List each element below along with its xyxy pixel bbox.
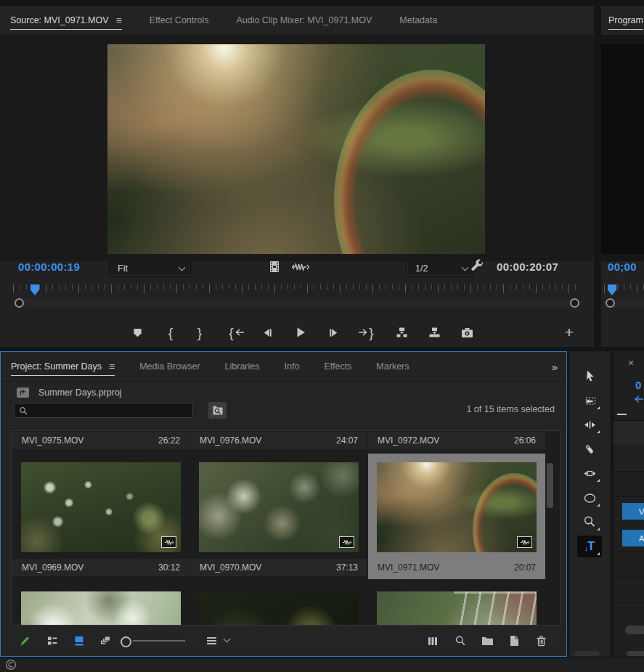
zoom-handle-right[interactable] <box>570 298 579 308</box>
clip-thumbnail[interactable] <box>21 591 181 626</box>
tab-effect-controls[interactable]: Effect Controls <box>150 6 209 35</box>
go-to-out-button[interactable]: } <box>351 319 380 346</box>
audio-video-badge-icon <box>517 536 532 548</box>
close-panel-icon[interactable]: × <box>628 357 634 369</box>
icon-view-button[interactable] <box>70 632 89 650</box>
tool-type-selected[interactable]: ↓ T <box>577 536 602 557</box>
flyout-indicator <box>597 479 600 482</box>
tab-media-browser[interactable]: Media Browser <box>139 352 200 381</box>
delete-button[interactable] <box>531 632 550 650</box>
tool-ellipse[interactable] <box>577 487 602 509</box>
source-time-ruler[interactable] <box>13 284 581 296</box>
clip-label[interactable]: MVI_0976.MOV24:07 <box>190 432 367 449</box>
clip-label-selected[interactable]: MVI_0971.MOV20:07 <box>368 559 545 576</box>
panel-menu-icon[interactable]: ≡ <box>109 361 115 372</box>
panel-menu-icon[interactable]: ≡ <box>115 15 121 26</box>
program-zoom-scrollbar[interactable] <box>604 298 644 308</box>
tab-project[interactable]: Project: Summer Days ≡ <box>11 352 115 381</box>
track-row <box>614 446 644 471</box>
timeline-horizontal-scrollbar[interactable] <box>625 626 644 634</box>
go-to-in-button[interactable]: { <box>222 319 251 346</box>
tab-markers[interactable]: Markers <box>376 352 409 381</box>
settings-wrench-icon[interactable] <box>470 259 484 273</box>
tab-audio-clip-mixer[interactable]: Audio Clip Mixer: MVI_0971.MOV <box>236 6 372 35</box>
export-frame-button[interactable] <box>455 319 478 346</box>
list-view-button[interactable] <box>43 632 62 650</box>
step-forward-button[interactable] <box>322 319 345 346</box>
tab-program[interactable]: Program <box>608 6 643 35</box>
tool-zoom[interactable] <box>577 511 602 533</box>
source-zoom-scrollbar[interactable] <box>13 298 581 308</box>
sort-icons-button[interactable] <box>203 632 221 650</box>
timeline-panel-scrollbar[interactable] <box>627 651 644 656</box>
timeline-panel: × 0 V A <box>614 351 644 657</box>
new-bin-button[interactable] <box>478 632 497 650</box>
tab-libraries[interactable]: Libraries <box>225 352 260 381</box>
tab-info[interactable]: Info <box>285 352 300 381</box>
clip-label[interactable]: MVI_0970.MOV37:13 <box>190 559 367 576</box>
insert-button[interactable] <box>390 319 413 346</box>
panel-overflow-icon[interactable]: » <box>552 352 556 381</box>
new-item-button[interactable] <box>505 632 523 650</box>
zoom-level-select[interactable]: Fit <box>109 260 191 276</box>
button-editor-add-button[interactable]: + <box>558 319 581 346</box>
tab-effects[interactable]: Effects <box>324 352 351 381</box>
creative-cloud-sync-icon[interactable] <box>5 659 17 671</box>
flyout-indicator <box>597 406 600 409</box>
zoom-handle-left[interactable] <box>606 298 615 308</box>
clip-thumbnail-mvi0970[interactable] <box>199 462 359 552</box>
tool-ripple-edit[interactable] <box>577 414 602 435</box>
clip-thumbnail[interactable] <box>377 591 537 626</box>
project-writable-pencil-icon[interactable] <box>15 632 34 650</box>
premiere-window: Source: MVI_0971.MOV ≡ Effect Controls A… <box>0 0 644 672</box>
freeform-view-button[interactable] <box>96 632 115 650</box>
step-back-button[interactable] <box>256 319 279 346</box>
mark-in-button[interactable]: { <box>159 319 182 346</box>
grid-vertical-scrollbar[interactable] <box>547 463 553 508</box>
overwrite-button[interactable] <box>423 319 446 346</box>
tool-slip[interactable] <box>577 462 602 484</box>
drag-video-only-icon[interactable] <box>269 261 280 274</box>
clip-thumbnail[interactable] <box>199 591 359 626</box>
source-tabbar: Source: MVI_0971.MOV ≡ Effect Controls A… <box>0 6 594 36</box>
video-track-v1-button[interactable]: V <box>622 503 644 520</box>
clip-thumbnail-mvi0971-selected[interactable] <box>377 462 537 552</box>
search-input[interactable] <box>31 405 188 417</box>
clip-label[interactable]: MVI_0969.MOV30:12 <box>12 559 189 576</box>
zoom-handle-left[interactable] <box>15 298 24 308</box>
audio-track-a1-button[interactable]: A <box>622 530 644 546</box>
playback-resolution-select[interactable]: 1/2 <box>407 260 474 276</box>
add-marker-button[interactable] <box>126 319 149 346</box>
automate-to-sequence-button[interactable] <box>423 632 442 650</box>
trellis-structure <box>454 591 537 626</box>
clip-label[interactable]: MVI_0972.MOV26:06 <box>368 432 545 449</box>
project-up-icon[interactable] <box>17 388 29 398</box>
tool-razor[interactable] <box>577 438 602 460</box>
source-video-preview <box>107 44 485 254</box>
timeline-timecode-partial: 0 <box>635 379 642 391</box>
lens-flare <box>334 70 485 254</box>
tool-selection[interactable] <box>577 365 602 387</box>
zoom-slider-track[interactable] <box>133 640 185 642</box>
find-in-bin-button[interactable] <box>208 402 227 419</box>
snap-icon[interactable] <box>633 395 644 403</box>
mark-out-button[interactable]: } <box>188 319 211 346</box>
source-video-area <box>0 35 594 261</box>
source-monitor-panel: Source: MVI_0971.MOV ≡ Effect Controls A… <box>0 6 594 347</box>
tool-track-select[interactable] <box>577 390 602 411</box>
drag-audio-only-icon[interactable] <box>292 262 309 272</box>
chevron-down-icon[interactable] <box>224 636 231 643</box>
tab-metadata[interactable]: Metadata <box>399 6 437 35</box>
search-box[interactable] <box>14 403 193 418</box>
program-video-area <box>601 35 644 261</box>
clip-grid: MVI_0975.MOV26:22 MVI_0976.MOV24:07 MVI_… <box>11 430 561 626</box>
clip-thumbnail-mvi0969[interactable] <box>21 462 181 552</box>
play-button[interactable] <box>289 319 312 346</box>
zoom-slider-handle[interactable] <box>121 636 131 647</box>
search-icon <box>19 406 28 415</box>
clip-label[interactable]: MVI_0975.MOV26:22 <box>12 432 189 449</box>
project-root-row[interactable]: Summer Days.prproj <box>1 384 122 401</box>
tools-panel-scrollbar[interactable] <box>574 651 600 656</box>
find-button[interactable] <box>451 632 470 650</box>
tab-source[interactable]: Source: MVI_0971.MOV ≡ <box>10 6 122 35</box>
